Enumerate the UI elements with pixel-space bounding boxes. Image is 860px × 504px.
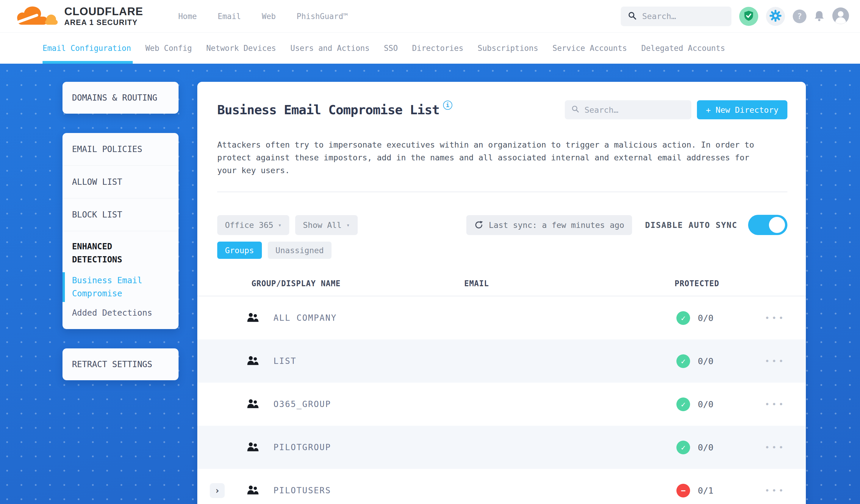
show-filter-value: Show All [303,220,342,230]
chevron-down-icon: ▾ [346,222,350,228]
tab-unassigned[interactable]: Unassigned [268,242,332,259]
gear-icon [769,10,782,23]
group-name: O365_GROUP [273,399,464,409]
check-icon: ✓ [676,398,690,411]
show-filter-dropdown[interactable]: Show All ▾ [295,215,358,235]
settings-sidebar: DOMAINS & ROUTING EMAIL POLICIES ALLOW L… [62,82,178,400]
security-status-button[interactable] [739,7,758,26]
table-row: PILOTGROUP ✓ 0/0 ••• [197,426,806,469]
nav-home[interactable]: Home [178,12,197,21]
directory-filter-dropdown[interactable]: Office 365 ▾ [217,215,289,235]
account-button[interactable] [832,7,849,26]
check-icon: ✓ [676,441,690,454]
tab-service-accounts[interactable]: Service Accounts [553,33,627,64]
group-name: ALL COMPANY [273,313,464,323]
header-email: EMAIL [464,279,675,288]
question-icon: ? [797,12,802,21]
sidebar-item-business-email-compromise[interactable]: Business Email Compromise [72,274,167,300]
protected-count: 0/1 [698,486,713,496]
sidebar-item-domains-routing[interactable]: DOMAINS & ROUTING [62,82,178,114]
toggle-knob [769,217,785,233]
new-directory-button[interactable]: + New Directory [697,100,787,119]
list-search-input[interactable] [585,105,685,115]
search-icon [571,105,580,115]
check-icon: ✓ [676,311,690,325]
section-nav: Email Configuration Web Config Network D… [0,33,860,64]
group-icon [247,442,259,453]
notifications-button[interactable] [814,10,824,23]
groups-table: GROUP/DISPLAY NAME EMAIL PROTECTED ALL C… [197,259,806,504]
minus-icon: − [676,484,690,498]
global-search[interactable] [621,6,731,26]
protected-count: 0/0 [698,313,713,323]
check-icon: ✓ [676,354,690,368]
list-search[interactable] [565,100,691,119]
group-icon [247,312,259,324]
sidebar-item-added-detections[interactable]: Added Detections [72,308,167,318]
primary-nav: Home Email Web PhishGuard™ [178,12,348,21]
sidebar-item-retract-settings[interactable]: RETRACT SETTINGS [62,348,178,380]
group-icon [247,399,259,410]
table-header: GROUP/DISPLAY NAME EMAIL PROTECTED [197,259,806,296]
group-icon [247,356,259,367]
content-card: Business Email Compromise List i + New D… [197,82,806,504]
row-menu-button[interactable]: ••• [765,313,786,322]
page-description: Attackers often try to impersonate execu… [217,138,771,177]
row-menu-button[interactable]: ••• [765,443,786,452]
tab-sso[interactable]: SSO [384,33,398,64]
tab-email-configuration[interactable]: Email Configuration [43,33,131,64]
nav-email[interactable]: Email [218,12,241,21]
bell-icon [814,10,824,23]
auto-sync-label: DISABLE AUTO SYNC [645,220,737,230]
table-row: ALL COMPANY ✓ 0/0 ••• [197,296,806,340]
sidebar-item-enhanced-detections[interactable]: ENHANCED DETECTIONS [72,240,167,266]
sidebar-item-allow-list[interactable]: ALLOW LIST [62,166,178,199]
table-row: LIST ✓ 0/0 ••• [197,340,806,383]
global-search-input[interactable] [642,12,724,21]
protected-count: 0/0 [698,399,713,409]
group-name: LIST [273,356,464,366]
refresh-icon[interactable] [474,220,484,230]
tab-groups[interactable]: Groups [217,242,262,259]
sidebar-item-block-list[interactable]: BLOCK LIST [62,199,178,231]
chevron-right-icon: › [215,485,220,496]
section-divider [217,192,787,192]
help-button[interactable]: ? [793,10,806,23]
directory-filter-value: Office 365 [225,220,273,230]
group-name: PILOTGROUP [273,443,464,452]
table-row: O365_GROUP ✓ 0/0 ••• [197,383,806,426]
shield-check-icon [743,10,754,23]
row-menu-button[interactable]: ••• [765,400,786,409]
brand-name: CLOUDFLARE [64,6,143,17]
expand-row-button[interactable]: › [210,483,225,498]
row-menu-button[interactable]: ••• [765,486,786,495]
info-icon[interactable]: i [443,101,452,110]
group-name: PILOTUSERS [273,486,464,495]
cloudflare-logo[interactable]: CLOUDFLARE AREA 1 SECURITY [15,3,143,29]
tab-delegated-accounts[interactable]: Delegated Accounts [641,33,725,64]
tab-directories[interactable]: Directories [412,33,463,64]
page-background: DOMAINS & ROUTING EMAIL POLICIES ALLOW L… [0,64,860,504]
header-group-name: GROUP/DISPLAY NAME [252,279,464,288]
brand-subname: AREA 1 SECURITY [64,18,143,26]
search-icon [628,11,637,21]
protected-count: 0/0 [698,443,713,452]
avatar-icon [832,7,849,26]
tab-network-devices[interactable]: Network Devices [206,33,276,64]
nav-web[interactable]: Web [262,12,276,21]
chevron-down-icon: ▾ [278,222,282,228]
protected-count: 0/0 [698,356,713,366]
page-title: Business Email Compromise List [217,102,440,117]
tab-subscriptions[interactable]: Subscriptions [478,33,538,64]
settings-button[interactable] [766,7,785,26]
header-protected: PROTECTED [675,279,806,288]
tab-web-config[interactable]: Web Config [145,33,192,64]
table-row: › PILOTUSERS − 0/1 ••• [197,469,806,504]
last-sync-status: Last sync: a few minutes ago [466,215,632,235]
row-menu-button[interactable]: ••• [765,357,786,366]
sidebar-item-email-policies[interactable]: EMAIL POLICIES [62,133,178,166]
tab-users-and-actions[interactable]: Users and Actions [290,33,370,64]
nav-phishguard[interactable]: PhishGuard™ [297,12,348,21]
cloudflare-cloud-icon [15,3,60,29]
auto-sync-toggle[interactable] [748,215,787,235]
